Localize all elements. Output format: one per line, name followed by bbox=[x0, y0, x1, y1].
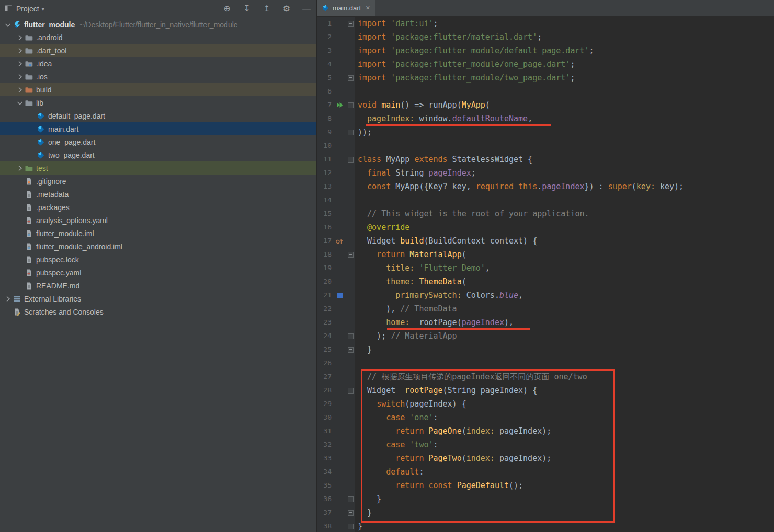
overriding-method-icon[interactable] bbox=[333, 234, 346, 248]
code-line-23[interactable]: 23 home: _rootPage(pageIndex), bbox=[317, 316, 774, 329]
chevron-right-icon[interactable] bbox=[3, 295, 12, 303]
chevron-down-icon[interactable] bbox=[3, 20, 12, 29]
code-line-36[interactable]: 36 } bbox=[317, 492, 774, 506]
code-line-38[interactable]: 38} bbox=[317, 519, 774, 532]
tree-item-packages[interactable]: .packages bbox=[0, 201, 316, 214]
tree-item-build[interactable]: build bbox=[0, 83, 316, 96]
run-main-icon[interactable] bbox=[333, 98, 346, 112]
code-area[interactable]: 1import 'dart:ui';2import 'package:flutt… bbox=[317, 16, 774, 532]
fold-marker-icon[interactable] bbox=[348, 347, 354, 353]
tree-item-dart-tool[interactable]: .dart_tool bbox=[0, 44, 316, 57]
chevron-right-icon[interactable] bbox=[15, 60, 24, 68]
code-line-10[interactable]: 10 bbox=[317, 139, 774, 153]
tree-item-readme-md[interactable]: README.md bbox=[0, 279, 316, 292]
fold-marker-icon[interactable] bbox=[348, 333, 354, 339]
chevron-right-icon[interactable] bbox=[15, 47, 24, 55]
fold-marker-icon[interactable] bbox=[348, 130, 354, 135]
code-line-35[interactable]: 35 return const PageDefault(); bbox=[317, 479, 774, 492]
fold-marker-icon[interactable] bbox=[348, 157, 354, 163]
tree-item-external-libraries[interactable]: External Libraries bbox=[0, 292, 316, 305]
fold-marker-icon[interactable] bbox=[348, 524, 354, 529]
tree-item-pubspec-lock[interactable]: pubspec.lock bbox=[0, 253, 316, 266]
code-line-5[interactable]: 5import 'package:flutter_module/two_page… bbox=[317, 71, 774, 85]
code-line-14[interactable]: 14 bbox=[317, 193, 774, 207]
fold-marker-icon[interactable] bbox=[348, 510, 354, 516]
tree-item-default-page-dart[interactable]: default_page.dart bbox=[0, 109, 316, 122]
tab-main-dart[interactable]: main.dart × bbox=[317, 0, 375, 16]
tree-item-pubspec-yaml[interactable]: pubspec.yaml bbox=[0, 266, 316, 279]
tree-item-label: Scratches and Consoles bbox=[24, 308, 104, 316]
tree-item-one-page-dart[interactable]: one_page.dart bbox=[0, 135, 316, 148]
fold-marker-icon[interactable] bbox=[348, 252, 354, 258]
hide-panel-icon[interactable]: — bbox=[302, 5, 311, 13]
code-line-8[interactable]: 8 pageIndex: window.defaultRouteName, bbox=[317, 112, 774, 125]
code-line-21[interactable]: 21 primarySwatch: Colors.blue, bbox=[317, 288, 774, 302]
collapse-all-icon[interactable]: ↧ bbox=[242, 5, 252, 13]
tree-item-lib[interactable]: lib bbox=[0, 96, 316, 109]
code-line-31[interactable]: 31 return PageOne(index: pageIndex); bbox=[317, 424, 774, 438]
tree-item-label: README.md bbox=[36, 282, 79, 290]
code-line-18[interactable]: 18 return MaterialApp( bbox=[317, 248, 774, 261]
chevron-right-icon[interactable] bbox=[15, 86, 24, 94]
chevron-right-icon[interactable] bbox=[15, 164, 24, 172]
chevron-down-icon[interactable]: ▾ bbox=[42, 6, 45, 13]
tree-item-test[interactable]: test bbox=[0, 161, 316, 175]
tree-item-ios[interactable]: .ios bbox=[0, 70, 316, 83]
tree-item-scratches-and-consoles[interactable]: Scratches and Consoles bbox=[0, 305, 316, 318]
code-line-3[interactable]: 3import 'package:flutter_module/default_… bbox=[317, 44, 774, 57]
tree-item-metadata[interactable]: .metadata bbox=[0, 188, 316, 201]
fold-marker-icon[interactable] bbox=[348, 75, 354, 81]
code-line-11[interactable]: 11class MyApp extends StatelessWidget { bbox=[317, 153, 774, 166]
fold-marker-icon[interactable] bbox=[348, 102, 354, 108]
code-line-16[interactable]: 16 @override bbox=[317, 221, 774, 234]
code-line-28[interactable]: 28 Widget _rootPage(String pageIndex) { bbox=[317, 384, 774, 397]
panel-title[interactable]: Project bbox=[16, 5, 39, 13]
code-line-29[interactable]: 29 switch(pageIndex) { bbox=[317, 397, 774, 411]
chevron-right-icon[interactable] bbox=[15, 33, 24, 42]
tree-item-gitignore[interactable]: .gitignore bbox=[0, 175, 316, 188]
code-line-9[interactable]: 9)); bbox=[317, 125, 774, 139]
tree-item-main-dart[interactable]: main.dart bbox=[0, 122, 316, 135]
code-line-25[interactable]: 25 } bbox=[317, 343, 774, 356]
code-line-17[interactable]: 17 Widget build(BuildContext context) { bbox=[317, 234, 774, 248]
code-line-27[interactable]: 27 // 根据原生项目传递的pageIndex返回不同的页面 one/two bbox=[317, 370, 774, 384]
tree-item-analysis-options-yaml[interactable]: analysis_options.yaml bbox=[0, 214, 316, 227]
code-line-6[interactable]: 6 bbox=[317, 85, 774, 98]
code-line-19[interactable]: 19 title: 'Flutter Demo', bbox=[317, 261, 774, 275]
locate-file-icon[interactable]: ⊕ bbox=[222, 5, 232, 13]
code-line-1[interactable]: 1import 'dart:ui'; bbox=[317, 17, 774, 30]
close-icon[interactable]: × bbox=[366, 4, 370, 12]
code-line-20[interactable]: 20 theme: ThemeData( bbox=[317, 275, 774, 288]
fold-marker-icon[interactable] bbox=[348, 21, 354, 27]
code-line-30[interactable]: 30 case 'one': bbox=[317, 411, 774, 424]
chevron-down-icon[interactable] bbox=[15, 99, 24, 107]
tree-item-label: .idea bbox=[36, 60, 52, 68]
code-line-24[interactable]: 24 ); // MaterialApp bbox=[317, 329, 774, 343]
code-line-34[interactable]: 34 default: bbox=[317, 465, 774, 479]
code-line-26[interactable]: 26 bbox=[317, 356, 774, 370]
settings-icon[interactable]: ⚙ bbox=[282, 5, 291, 13]
color-preview-swatch[interactable] bbox=[337, 293, 343, 298]
code-line-7[interactable]: 7void main() => runApp(MyApp( bbox=[317, 98, 774, 112]
tree-item-two-page-dart[interactable]: two_page.dart bbox=[0, 148, 316, 161]
code-line-15[interactable]: 15 // This widget is the root of your ap… bbox=[317, 207, 774, 221]
gutter-icon-slot bbox=[333, 139, 346, 153]
code-line-2[interactable]: 2import 'package:flutter/material.dart'; bbox=[317, 30, 774, 44]
code-line-22[interactable]: 22 ), // ThemeData bbox=[317, 302, 774, 316]
tree-item-flutter-module-iml[interactable]: flutter_module.iml bbox=[0, 227, 316, 240]
tree-item-idea[interactable]: .idea bbox=[0, 57, 316, 70]
line-number: 12 bbox=[317, 166, 333, 180]
tree-item-flutter-module[interactable]: flutter_module~/Desktop/Flutter/flutter_… bbox=[0, 18, 316, 31]
code-line-33[interactable]: 33 return PageTwo(index: pageIndex); bbox=[317, 452, 774, 465]
chevron-right-icon[interactable] bbox=[15, 73, 24, 81]
tree-item-flutter-module-android-iml[interactable]: flutter_module_android.iml bbox=[0, 240, 316, 253]
tree-item-android[interactable]: .android bbox=[0, 31, 316, 44]
fold-marker-icon[interactable] bbox=[348, 388, 354, 394]
code-line-13[interactable]: 13 const MyApp({Key? key, required this.… bbox=[317, 180, 774, 193]
code-line-32[interactable]: 32 case 'two': bbox=[317, 438, 774, 452]
code-line-12[interactable]: 12 final String pageIndex; bbox=[317, 166, 774, 180]
code-line-4[interactable]: 4import 'package:flutter_module/one_page… bbox=[317, 57, 774, 71]
expand-all-icon[interactable]: ↥ bbox=[262, 5, 271, 13]
fold-marker-icon[interactable] bbox=[348, 496, 354, 502]
code-line-37[interactable]: 37 } bbox=[317, 506, 774, 519]
